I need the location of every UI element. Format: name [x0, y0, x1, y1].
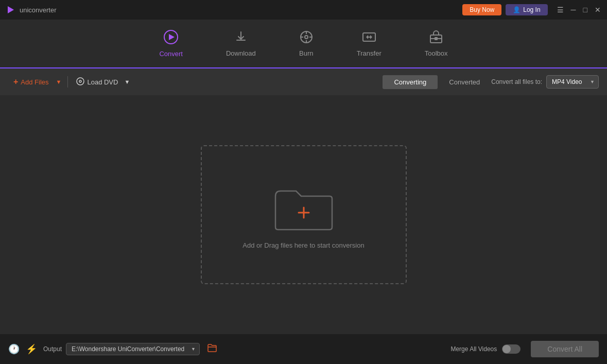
- flash-icon[interactable]: ⚡: [26, 343, 37, 355]
- tab-group: Converting Converted: [383, 75, 491, 89]
- output-path-wrapper: E:\Wondershare UniConverter\Converted ▼: [66, 343, 200, 355]
- toolbar: + Add Files ▼ Load DVD ▼ Converting Conv…: [0, 68, 607, 95]
- drop-zone[interactable]: Add or Drag files here to start conversi…: [201, 145, 407, 284]
- buy-now-button[interactable]: Buy Now: [462, 4, 501, 15]
- user-icon: 👤: [513, 6, 521, 13]
- tab-converting[interactable]: Converting: [383, 75, 438, 89]
- toolbar-left: + Add Files ▼ Load DVD ▼: [8, 74, 383, 90]
- minimize-icon[interactable]: ─: [571, 6, 576, 14]
- open-folder-icon: [207, 343, 217, 353]
- nav-convert-label: Convert: [159, 50, 183, 58]
- nav-item-burn[interactable]: Burn: [293, 26, 320, 61]
- close-icon[interactable]: ✕: [595, 6, 601, 14]
- open-folder-button[interactable]: [204, 343, 220, 356]
- svg-point-17: [79, 80, 81, 82]
- add-files-label: Add Files: [21, 78, 48, 86]
- history-icon[interactable]: 🕐: [8, 343, 20, 355]
- convert-all-button[interactable]: Convert All: [531, 341, 599, 357]
- nav-bar: Convert Download Burn: [0, 20, 607, 68]
- svg-point-4: [305, 36, 308, 39]
- burn-nav-icon: [299, 30, 314, 46]
- add-files-button[interactable]: + Add Files: [8, 74, 54, 90]
- nav-burn-label: Burn: [299, 49, 313, 57]
- convert-all-files-label: Convert all files to:: [491, 78, 542, 85]
- nav-toolbox-label: Toolbox: [425, 49, 448, 57]
- format-select[interactable]: MP4 Video MOV Video AVI Video MKV Video …: [546, 75, 599, 89]
- folder-icon: [273, 181, 335, 232]
- nav-item-download[interactable]: Download: [220, 26, 262, 61]
- title-bar-left: uniconverter: [6, 5, 57, 14]
- nav-item-toolbox[interactable]: Toolbox: [419, 26, 454, 61]
- merge-toggle[interactable]: [502, 344, 521, 354]
- svg-marker-2: [169, 34, 175, 40]
- svg-marker-0: [8, 6, 14, 13]
- merge-all-videos-label: Merge All Videos: [450, 345, 497, 353]
- download-nav-icon: [234, 30, 248, 46]
- toolbox-nav-icon: [429, 30, 443, 46]
- nav-download-label: Download: [226, 49, 256, 57]
- add-files-plus-icon: +: [13, 77, 18, 86]
- output-path-select[interactable]: E:\Wondershare UniConverter\Converted: [66, 343, 200, 355]
- log-in-button[interactable]: 👤 Log In: [506, 4, 547, 15]
- output-label: Output: [43, 345, 62, 353]
- add-files-dropdown-button[interactable]: ▼: [54, 76, 64, 88]
- svg-marker-12: [366, 35, 368, 39]
- bottom-bar: 🕐 ⚡ Output E:\Wondershare UniConverter\C…: [0, 334, 607, 364]
- toolbar-divider: [67, 76, 68, 88]
- format-select-wrapper: MP4 Video MOV Video AVI Video MKV Video …: [546, 75, 599, 89]
- menu-icon[interactable]: ☰: [557, 6, 564, 14]
- toolbar-right: Convert all files to: MP4 Video MOV Vide…: [491, 75, 599, 89]
- title-bar: uniconverter Buy Now 👤 Log In ☰ ─ □ ✕: [0, 0, 607, 20]
- output-section: Output E:\Wondershare UniConverter\Conve…: [43, 343, 220, 356]
- svg-rect-15: [435, 37, 438, 40]
- merge-section: Merge All Videos: [450, 344, 521, 354]
- log-in-label: Log In: [523, 6, 540, 13]
- load-dvd-button[interactable]: Load DVD: [72, 74, 122, 90]
- load-dvd-label: Load DVD: [87, 78, 118, 86]
- window-controls: ☰ ─ □ ✕: [557, 6, 601, 14]
- app-logo-icon: [6, 5, 15, 14]
- svg-marker-11: [370, 35, 372, 39]
- drop-zone-text: Add or Drag files here to start conversi…: [242, 241, 364, 249]
- dvd-icon: [76, 77, 84, 87]
- convert-nav-icon: [163, 29, 179, 47]
- nav-transfer-label: Transfer: [357, 49, 381, 57]
- toggle-knob: [502, 345, 511, 353]
- load-dvd-dropdown-button[interactable]: ▼: [122, 76, 132, 88]
- title-bar-right: Buy Now 👤 Log In ☰ ─ □ ✕: [462, 4, 601, 15]
- transfer-nav-icon: [362, 30, 376, 46]
- nav-item-convert[interactable]: Convert: [153, 25, 189, 62]
- bottom-left: 🕐 ⚡: [8, 343, 37, 355]
- nav-item-transfer[interactable]: Transfer: [351, 26, 388, 61]
- app-name: uniconverter: [20, 6, 57, 14]
- tab-converted[interactable]: Converted: [438, 75, 491, 89]
- main-content: Add or Drag files here to start conversi…: [0, 95, 607, 334]
- svg-point-16: [77, 78, 84, 85]
- maximize-icon[interactable]: □: [583, 6, 587, 14]
